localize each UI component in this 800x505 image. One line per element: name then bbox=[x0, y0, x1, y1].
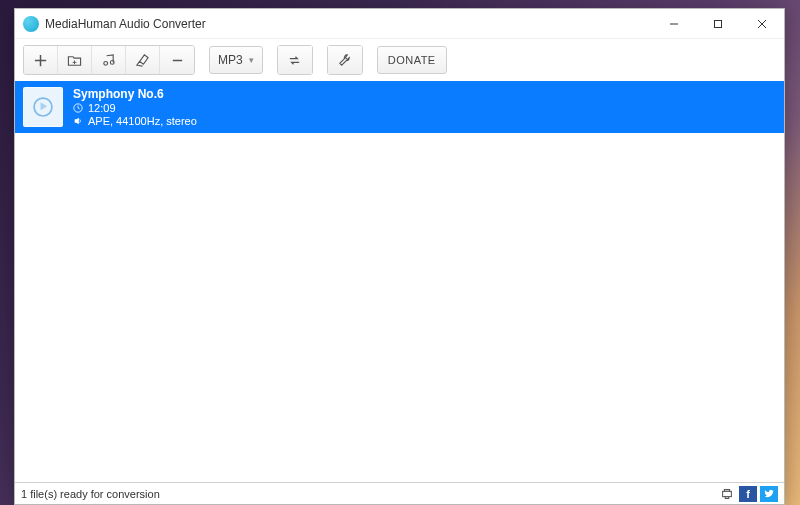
locate-button[interactable] bbox=[718, 486, 736, 502]
donate-button[interactable]: DONATE bbox=[377, 46, 447, 74]
clock-icon bbox=[73, 103, 83, 113]
status-icons: f bbox=[718, 486, 778, 502]
track-title: Symphony No.6 bbox=[73, 87, 197, 101]
folder-icon bbox=[67, 53, 82, 68]
status-text: 1 file(s) ready for conversion bbox=[21, 488, 160, 500]
statusbar: 1 file(s) ready for conversion f bbox=[15, 482, 784, 504]
wrench-icon bbox=[337, 53, 352, 68]
track-meta: Symphony No.6 12:09 APE, 44100Hz, stereo bbox=[73, 87, 197, 127]
track-thumbnail bbox=[23, 87, 63, 127]
svg-rect-1 bbox=[715, 20, 722, 27]
desktop-background: MediaHuman Audio Converter bbox=[0, 0, 800, 505]
clear-button[interactable] bbox=[126, 46, 160, 74]
track-duration: 12:09 bbox=[88, 102, 116, 114]
list-item[interactable]: Symphony No.6 12:09 APE, 44100Hz, stereo bbox=[15, 81, 784, 133]
window-controls bbox=[652, 9, 784, 38]
speaker-icon bbox=[73, 116, 83, 126]
format-dropdown[interactable]: MP3 ▾ bbox=[209, 46, 263, 74]
window-title: MediaHuman Audio Converter bbox=[45, 17, 652, 31]
close-button[interactable] bbox=[740, 9, 784, 38]
chevron-down-icon: ▾ bbox=[249, 55, 254, 65]
settings-button[interactable] bbox=[328, 46, 362, 74]
toolbar-settings-group bbox=[327, 45, 363, 75]
minus-icon bbox=[170, 53, 185, 68]
toolbar: MP3 ▾ DONATE bbox=[15, 39, 784, 81]
remove-button[interactable] bbox=[160, 46, 194, 74]
add-folder-button[interactable] bbox=[58, 46, 92, 74]
music-note-icon bbox=[101, 53, 116, 68]
locate-icon bbox=[720, 487, 734, 501]
format-selected-label: MP3 bbox=[218, 53, 243, 67]
toolbar-convert-group bbox=[277, 45, 313, 75]
app-window: MediaHuman Audio Converter bbox=[14, 8, 785, 505]
playlist-button[interactable] bbox=[92, 46, 126, 74]
minimize-button[interactable] bbox=[652, 9, 696, 38]
svg-point-4 bbox=[104, 61, 108, 65]
broom-icon bbox=[135, 53, 150, 68]
track-format-info: APE, 44100Hz, stereo bbox=[88, 115, 197, 127]
maximize-button[interactable] bbox=[696, 9, 740, 38]
track-list[interactable]: Symphony No.6 12:09 APE, 44100Hz, stereo bbox=[15, 81, 784, 482]
svg-rect-9 bbox=[723, 491, 732, 496]
audio-file-icon bbox=[30, 94, 56, 120]
convert-arrows-icon bbox=[287, 53, 302, 68]
facebook-button[interactable]: f bbox=[739, 486, 757, 502]
add-file-button[interactable] bbox=[24, 46, 58, 74]
twitter-button[interactable] bbox=[760, 486, 778, 502]
twitter-icon bbox=[764, 488, 775, 499]
toolbar-file-group bbox=[23, 45, 195, 75]
app-icon bbox=[23, 16, 39, 32]
titlebar: MediaHuman Audio Converter bbox=[15, 9, 784, 39]
plus-icon bbox=[33, 53, 48, 68]
convert-button[interactable] bbox=[278, 46, 312, 74]
